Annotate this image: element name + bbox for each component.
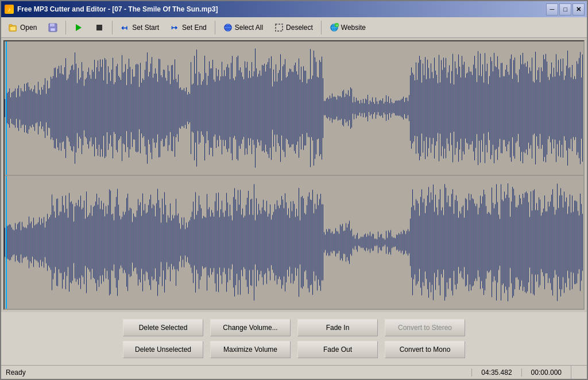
play-icon	[74, 23, 83, 32]
deselect-icon	[274, 23, 284, 32]
buttons-area: Delete Selected Change Volume... Fade In…	[1, 312, 587, 365]
select-all-icon	[223, 23, 233, 32]
button-row-1: Delete Selected Change Volume... Fade In…	[13, 319, 575, 336]
separator-1	[65, 21, 66, 34]
svg-text:↤: ↤	[121, 24, 127, 32]
fade-out-button[interactable]: Fade Out	[297, 341, 378, 358]
svg-rect-2	[10, 26, 16, 30]
status-time1: 04:35.482	[471, 369, 521, 377]
waveform-channel-top[interactable]	[5, 41, 583, 175]
status-bar: Ready 04:35.482 00:00.000	[1, 365, 587, 379]
separator-4	[321, 21, 322, 34]
button-row-2: Delete Unselected Maximize Volume Fade O…	[13, 341, 575, 358]
title-bar-left: ♪ Free MP3 Cutter and Editor - [07 - The…	[5, 5, 218, 14]
title-bar: ♪ Free MP3 Cutter and Editor - [07 - The…	[1, 1, 587, 17]
toolbar: Open	[1, 17, 587, 38]
waveform-channel-bottom[interactable]	[5, 176, 583, 309]
open-label: Open	[20, 24, 37, 32]
minimize-button[interactable]: ─	[546, 3, 558, 16]
waveform-container[interactable]	[3, 40, 585, 310]
save-icon	[48, 23, 57, 32]
deselect-button[interactable]: Deselect	[269, 20, 318, 36]
convert-to-mono-button[interactable]: Convert to Mono	[385, 341, 465, 358]
svg-rect-5	[51, 28, 55, 31]
set-start-label: Set Start	[132, 24, 159, 32]
separator-2	[112, 21, 113, 34]
svg-rect-7	[96, 25, 102, 30]
website-icon: ↗	[330, 23, 339, 32]
title-controls: ─ □ ✕	[546, 3, 585, 16]
svg-text:↦: ↦	[171, 24, 177, 32]
svg-rect-14	[276, 24, 283, 31]
delete-unselected-button[interactable]: Delete Unselected	[123, 341, 203, 358]
set-end-label: Set End	[182, 24, 207, 32]
main-window: ♪ Free MP3 Cutter and Editor - [07 - The…	[0, 0, 588, 380]
waveform-area[interactable]	[1, 38, 587, 312]
svg-rect-1	[9, 24, 12, 26]
convert-to-stereo-button[interactable]: Convert to Stereo	[385, 319, 465, 336]
stop-button[interactable]	[90, 20, 109, 36]
set-start-button[interactable]: ↤ Set Start	[115, 20, 164, 36]
svg-rect-4	[50, 24, 55, 26]
open-icon	[9, 23, 18, 32]
set-end-button[interactable]: ↦ Set End	[165, 20, 212, 36]
svg-text:↗: ↗	[335, 24, 337, 27]
website-button[interactable]: ↗ Website	[324, 20, 371, 36]
waveform-canvas-top	[5, 41, 583, 175]
window-title: Free MP3 Cutter and Editor - [07 - The S…	[17, 5, 218, 13]
fade-in-button[interactable]: Fade In	[297, 319, 378, 336]
select-all-button[interactable]: Select All	[218, 20, 268, 36]
delete-selected-button[interactable]: Delete Selected	[123, 319, 203, 336]
open-button[interactable]: Open	[3, 20, 42, 36]
set-start-icon: ↤	[121, 23, 130, 32]
waveform-canvas-bottom	[5, 176, 583, 309]
stop-icon	[95, 23, 104, 32]
status-time2: 00:00.000	[521, 369, 571, 377]
deselect-label: Deselect	[286, 24, 313, 32]
maximize-volume-button[interactable]: Maximize Volume	[210, 341, 291, 358]
website-label: Website	[341, 24, 366, 32]
status-end	[571, 366, 582, 379]
set-end-icon: ↦	[171, 23, 180, 32]
separator-3	[215, 21, 215, 34]
svg-marker-6	[76, 24, 82, 31]
select-all-label: Select All	[235, 24, 263, 32]
save-button[interactable]	[43, 20, 63, 36]
app-icon: ♪	[5, 5, 14, 14]
status-text: Ready	[6, 369, 471, 377]
maximize-button[interactable]: □	[559, 3, 571, 16]
play-button[interactable]	[69, 20, 88, 36]
change-volume-button[interactable]: Change Volume...	[210, 319, 291, 336]
close-button[interactable]: ✕	[572, 3, 585, 16]
